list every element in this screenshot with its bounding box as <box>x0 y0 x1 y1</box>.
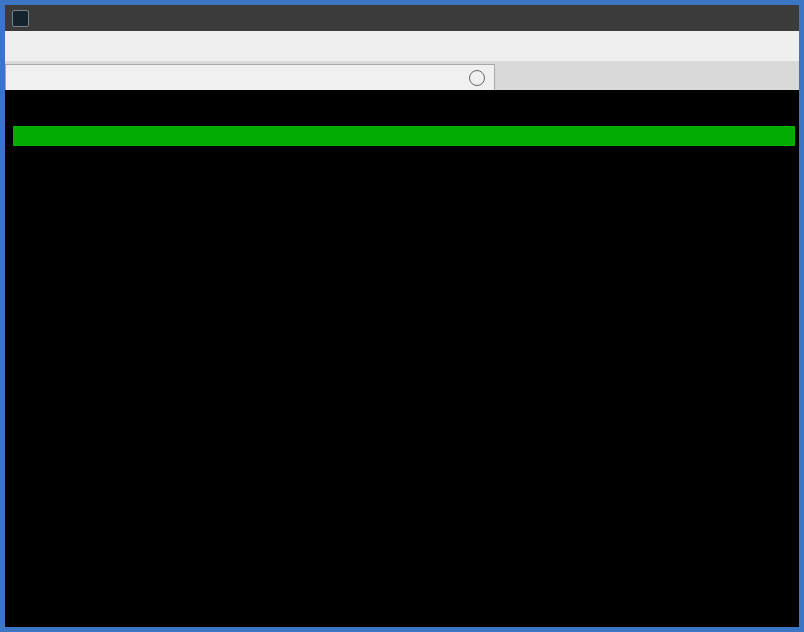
terminal-window <box>0 0 804 632</box>
tab-active[interactable] <box>5 64 495 90</box>
tab-close-icon[interactable] <box>469 70 485 86</box>
terminal-icon <box>12 10 29 27</box>
process-table-header <box>13 126 795 146</box>
tab-bar <box>5 61 799 90</box>
function-key-bar <box>13 599 795 619</box>
titlebar[interactable] <box>5 5 799 31</box>
menu-bar <box>5 31 799 61</box>
terminal-screen[interactable] <box>5 90 799 627</box>
blank-line <box>13 102 795 126</box>
